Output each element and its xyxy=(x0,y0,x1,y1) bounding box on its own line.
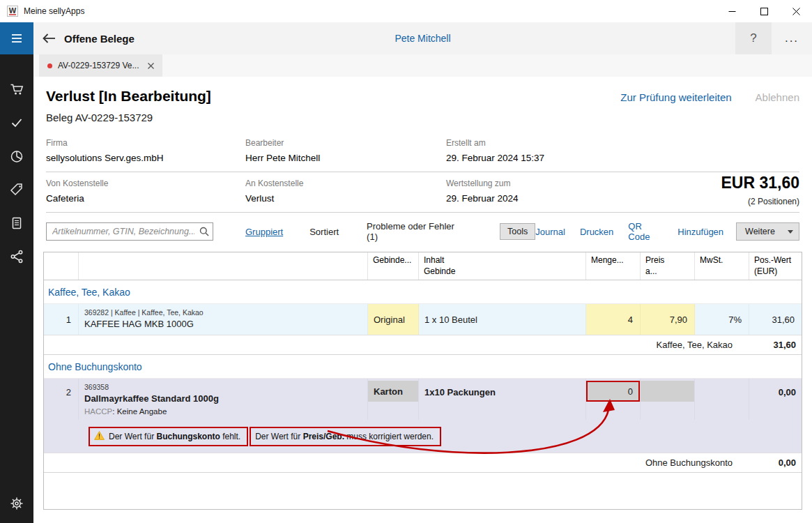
document-title: Verlust [In Bearbeitung] xyxy=(46,88,211,105)
sidebar-item-journal[interactable] xyxy=(0,206,33,240)
article-meta: 369282 | Kaffee | Kaffee, Tee, Kakao xyxy=(84,308,362,317)
firma-value: sellysolutions Serv.ges.mbH xyxy=(46,153,245,163)
col-header-menge[interactable]: Menge... xyxy=(586,252,641,280)
app-window: W Meine sellyApps xyxy=(0,0,812,523)
sidebar-item-cart[interactable] xyxy=(0,73,33,106)
article-meta: 369358 xyxy=(84,383,362,391)
problems-filter[interactable]: Probleme oder Fehler (1) xyxy=(367,221,466,242)
warning-text: Der Wert für Buchungskonto fehlt. xyxy=(109,432,240,441)
document-view: Verlust [In Bearbeitung] Zur Prüfung wei… xyxy=(33,77,812,523)
table-empty-area xyxy=(44,473,802,509)
more-actions-dropdown[interactable]: Weitere xyxy=(736,222,799,241)
von-kostenstelle-value: Cafeteria xyxy=(46,193,245,204)
qr-code-link[interactable]: QR Code xyxy=(628,221,663,242)
subtotal-value: 31,60 xyxy=(749,340,802,350)
reject-link[interactable]: Ablehnen xyxy=(756,91,799,103)
close-button[interactable] xyxy=(780,0,812,22)
col-header-empty-desc xyxy=(79,252,368,280)
subtotal-label: Kaffee, Tee, Kakao xyxy=(657,340,749,350)
user-name: Pete Mitchell xyxy=(33,33,812,44)
grouped-toggle[interactable]: Gruppiert xyxy=(245,227,283,237)
col-header-preis[interactable]: Preisa... xyxy=(641,252,695,280)
article-name: KAFFEE HAG MKB 1000G xyxy=(84,319,362,329)
page-title: Offene Belege xyxy=(64,33,135,45)
article-cell[interactable]: 369358 Dallmayrkaffee Standard 1000g HAC… xyxy=(79,379,368,420)
sidebar xyxy=(0,22,33,523)
sidebar-item-share[interactable] xyxy=(0,240,33,273)
more-actions-label: Weitere xyxy=(745,227,775,236)
col-header-empty-num xyxy=(44,252,79,280)
sidebar-item-tasks[interactable] xyxy=(0,106,33,139)
row-number: 1 xyxy=(44,304,79,335)
tab-close-icon[interactable] xyxy=(148,63,154,69)
warning-preis: Der Wert für Preis/Geb. muss korrigiert … xyxy=(250,427,441,446)
inhalt-cell: 1x10 Packungen xyxy=(419,379,586,420)
document-tab[interactable]: AV-0229-153729 Ve... xyxy=(39,54,162,77)
bearbeiter-value: Herr Pete Mitchell xyxy=(245,153,446,163)
mwst-cell xyxy=(695,379,749,420)
sorted-toggle[interactable]: Sortiert xyxy=(309,227,339,237)
maximize-button[interactable] xyxy=(748,0,780,22)
an-kostenstelle-label: An Kostenstelle xyxy=(245,179,446,188)
app-header: Offene Belege Pete Mitchell ? ... xyxy=(33,22,812,54)
list-toolbar: Gruppiert Sortiert Probleme oder Fehler … xyxy=(46,221,799,242)
forward-for-review-link[interactable]: Zur Prüfung weiterleiten xyxy=(620,91,731,103)
firma-label: Firma xyxy=(46,138,245,148)
minimize-button[interactable] xyxy=(716,0,748,22)
row-number: 2 xyxy=(44,379,79,420)
validation-warnings: Der Wert für Buchungskonto fehlt. Der We… xyxy=(89,427,802,446)
mwst-cell: 7% xyxy=(695,304,749,335)
haccp-line: HACCP: Keine Angabe xyxy=(84,407,362,416)
poswert-cell: 31,60 xyxy=(749,304,802,335)
add-link[interactable]: Hinzufügen xyxy=(677,227,723,237)
titlebar: W Meine sellyApps xyxy=(0,0,812,22)
preis-cell-invalid[interactable] xyxy=(641,379,695,420)
help-button[interactable]: ? xyxy=(735,22,772,54)
tab-strip: AV-0229-153729 Ve... xyxy=(33,54,812,77)
col-header-mwst[interactable]: MwSt. xyxy=(695,252,749,280)
menge-cell[interactable]: 4 xyxy=(586,304,641,335)
positions-count: (2 Positionen) xyxy=(721,197,799,206)
sidebar-item-reports[interactable] xyxy=(0,139,33,173)
info-row-2: Von Kostenstelle Cafeteria An Kostenstel… xyxy=(46,172,799,213)
menu-hamburger-button[interactable] xyxy=(0,22,33,54)
group-header-ohne-buchungskonto[interactable]: Ohne Buchungskonto xyxy=(44,355,802,379)
table-row[interactable]: 1 369282 | Kaffee | Kaffee, Tee, Kakao K… xyxy=(44,304,802,335)
back-button[interactable] xyxy=(33,22,64,54)
table-row-error[interactable]: 2 369358 Dallmayrkaffee Standard 1000g H… xyxy=(44,379,802,453)
sidebar-item-labels[interactable] xyxy=(0,173,33,206)
gebinde-cell[interactable]: Karton xyxy=(368,379,419,420)
search-icon[interactable] xyxy=(199,227,209,238)
preis-cell[interactable]: 7,90 xyxy=(641,304,695,335)
positions-table: Gebinde... InhaltGebinde Menge... Preisa… xyxy=(43,252,802,510)
von-kostenstelle-label: Von Kostenstelle xyxy=(46,179,245,188)
unsaved-dot-icon xyxy=(47,63,52,68)
table-header-row: Gebinde... InhaltGebinde Menge... Preisa… xyxy=(44,252,802,280)
subtotal-value: 0,00 xyxy=(749,457,802,468)
inhalt-cell: 1 x 10 Beutel xyxy=(419,304,586,335)
more-options-button[interactable]: ... xyxy=(772,22,812,54)
poswert-cell: 0,00 xyxy=(749,379,802,420)
col-header-gebinde[interactable]: Gebinde... xyxy=(368,252,419,280)
group-subtotal-ohne-buchungskonto: Ohne Buchungskonto 0,00 xyxy=(44,453,802,473)
menge-cell-invalid[interactable]: 0 xyxy=(586,379,641,420)
erstellt-label: Erstellt am xyxy=(446,138,799,148)
window-title: Meine sellyApps xyxy=(24,6,84,16)
svg-text:W: W xyxy=(8,7,16,15)
group-header-kaffee[interactable]: Kaffee, Tee, Kakao xyxy=(44,280,802,304)
print-link[interactable]: Drucken xyxy=(580,227,613,237)
warning-text: Der Wert für Preis/Geb. muss korrigiert … xyxy=(255,432,434,441)
settings-gear-icon[interactable] xyxy=(0,490,33,517)
article-name: Dallmayrkaffee Standard 1000g xyxy=(84,393,362,404)
tab-label: AV-0229-153729 Ve... xyxy=(58,61,139,70)
search-input[interactable] xyxy=(46,222,213,241)
gebinde-cell[interactable]: Original xyxy=(368,304,419,335)
journal-link[interactable]: Journal xyxy=(535,227,565,237)
col-header-wert[interactable]: Pos.-Wert(EUR) xyxy=(749,252,802,280)
group-subtotal-kaffee: Kaffee, Tee, Kakao 31,60 xyxy=(44,335,802,355)
article-cell[interactable]: 369282 | Kaffee | Kaffee, Tee, Kakao KAF… xyxy=(79,304,368,335)
info-row-1: Firma sellysolutions Serv.ges.mbH Bearbe… xyxy=(46,132,799,172)
col-header-inhalt[interactable]: InhaltGebinde xyxy=(419,252,586,280)
subtotal-label: Ohne Buchungskonto xyxy=(645,457,749,468)
tools-button[interactable]: Tools xyxy=(500,223,535,240)
